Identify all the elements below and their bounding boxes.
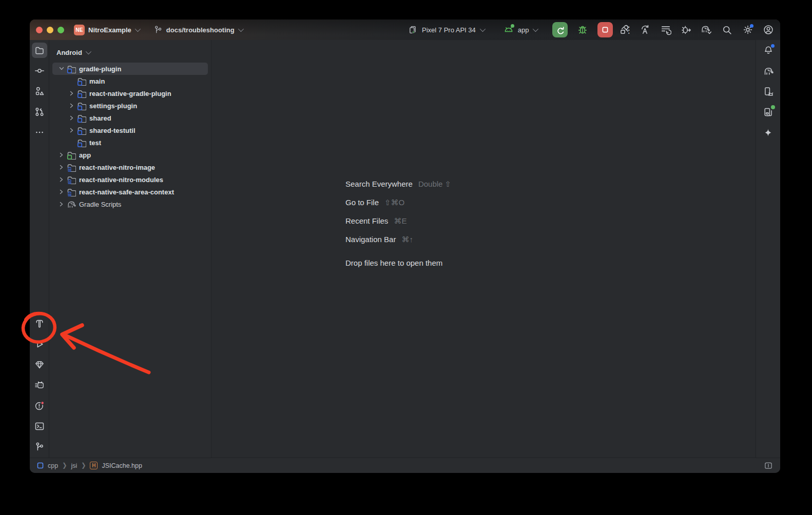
structure-tool-button[interactable] (32, 84, 47, 99)
chevron-right-icon[interactable] (56, 200, 67, 208)
right-tool-strip (756, 40, 780, 458)
chevron-down-icon[interactable] (86, 49, 91, 54)
chevron-down-icon[interactable] (56, 65, 67, 73)
breadcrumb-item[interactable]: JSICache.hpp (102, 462, 142, 469)
chevron-right-icon[interactable] (67, 89, 77, 97)
project-panel: Android gradle-plugin main react-native-… (49, 40, 211, 458)
chevron-right-icon[interactable] (67, 126, 77, 134)
chevron-right-icon[interactable] (67, 114, 77, 122)
gemini-assistant-button[interactable] (761, 125, 776, 140)
left-tool-strip (30, 40, 49, 458)
attach-debugger-icon[interactable] (680, 24, 692, 36)
more-tool-windows-button[interactable] (32, 125, 47, 140)
project-name[interactable]: NitroExample (88, 26, 131, 34)
android-studio-window: NE NitroExample docs/troubleshooting Pix… (30, 19, 780, 473)
problems-tool-button[interactable] (32, 398, 47, 413)
minimize-button[interactable] (47, 27, 53, 33)
version-control-tool-button[interactable] (32, 439, 47, 454)
tree-item[interactable]: react-native-gradle-plugin (52, 87, 208, 100)
branch-name[interactable]: docs/troubleshooting (166, 26, 235, 34)
app-quality-insights-button[interactable] (32, 357, 47, 372)
chevron-down-icon[interactable] (135, 26, 141, 32)
search-everywhere-icon[interactable] (721, 24, 733, 36)
device-selector[interactable]: Pixel 7 Pro API 34 (422, 26, 476, 34)
app-module-folder-icon (67, 150, 76, 160)
breadcrumb-item[interactable]: jsi (71, 462, 77, 469)
project-tool-button[interactable] (32, 43, 47, 58)
chevron-down-icon[interactable] (480, 26, 486, 32)
close-button[interactable] (36, 27, 43, 33)
hint-keys: ⌘E (394, 216, 407, 226)
notifications-button[interactable] (761, 43, 776, 58)
status-bar: cpp ❯ jsi ❯ H JSICache.hpp (30, 458, 780, 473)
library-module-folder-icon (67, 163, 76, 172)
project-view-selector[interactable]: Android (56, 49, 82, 56)
tree-item[interactable]: shared-testutil (52, 124, 208, 136)
module-folder-icon (77, 89, 86, 98)
tree-item[interactable]: Gradle Scripts (52, 198, 208, 210)
hint-label: Navigation Bar (345, 235, 396, 244)
tree-item[interactable]: react-native-nitro-image (52, 161, 208, 173)
hint-label: Recent Files (345, 216, 388, 225)
gradle-sync-icon[interactable] (701, 24, 712, 36)
module-folder-icon (77, 113, 86, 123)
rerun-button[interactable] (552, 22, 568, 37)
build-variants-icon[interactable] (660, 24, 671, 36)
hint-keys: Double ⇧ (418, 180, 451, 189)
library-module-folder-icon (67, 187, 76, 196)
module-folder-icon (67, 64, 76, 73)
tree-item[interactable]: shared (52, 112, 208, 124)
editor-empty-state: Search Everywhere Double ⇧ Go to File ⇧⌘… (212, 40, 756, 458)
tree-item[interactable]: react-native-nitro-modules (52, 173, 208, 186)
stop-icon (600, 25, 610, 35)
chevron-right-icon[interactable] (67, 102, 77, 110)
build-project-icon[interactable] (618, 24, 630, 36)
android-head-icon (504, 25, 514, 35)
build-tool-button[interactable] (32, 316, 47, 331)
module-folder-icon (77, 126, 86, 135)
debug-icon[interactable] (577, 24, 588, 35)
chevron-right-icon[interactable] (56, 163, 67, 171)
tree-item[interactable]: react-native-safe-area-context (52, 186, 208, 198)
pull-requests-tool-button[interactable] (32, 104, 47, 120)
run-configuration[interactable]: app (518, 26, 529, 34)
stop-button[interactable] (597, 22, 613, 37)
device-manager-button[interactable] (761, 84, 776, 99)
drop-files-hint: Drop files here to open them (345, 253, 451, 272)
running-devices-button[interactable] (761, 104, 776, 120)
breadcrumb-item[interactable]: cpp (48, 462, 58, 469)
settings-gear-icon[interactable] (742, 24, 753, 36)
shortcut-hints: Search Everywhere Double ⇧ Go to File ⇧⌘… (345, 180, 451, 272)
status-widget-icon[interactable] (764, 461, 773, 470)
gradle-tool-button[interactable] (761, 63, 776, 78)
profile-icon[interactable] (762, 24, 774, 36)
chevron-right-icon: ❯ (62, 462, 67, 469)
chevron-down-icon[interactable] (238, 26, 243, 32)
module-folder-icon (77, 101, 86, 110)
tree-item[interactable]: main (52, 75, 208, 87)
chevron-right-icon[interactable] (56, 188, 67, 196)
chevron-right-icon: ❯ (81, 462, 86, 469)
chevron-down-icon[interactable] (533, 26, 538, 32)
hint-label: Search Everywhere (345, 180, 413, 188)
logcat-tool-button[interactable] (32, 378, 47, 393)
chevron-right-icon[interactable] (56, 175, 67, 184)
tree-item[interactable]: gradle-plugin (52, 63, 208, 75)
sparkle-icon (763, 128, 773, 137)
tree-item[interactable]: app (52, 149, 208, 161)
chevron-right-icon[interactable] (56, 151, 67, 159)
project-logo-badge: NE (74, 25, 85, 35)
hint-label: Go to File (345, 198, 379, 207)
apply-changes-icon[interactable] (639, 24, 651, 36)
header-file-icon: H (90, 462, 98, 469)
terminal-tool-button[interactable] (32, 419, 47, 434)
device-icon (408, 25, 418, 35)
commit-tool-button[interactable] (32, 63, 47, 78)
rerun-icon (555, 25, 565, 35)
run-tool-button[interactable] (32, 336, 47, 352)
zoom-button[interactable] (57, 27, 64, 33)
tree-item[interactable]: test (52, 136, 208, 149)
project-tree: gradle-plugin main react-native-gradle-p… (49, 63, 211, 210)
gradle-elephant-icon (763, 66, 774, 76)
tree-item[interactable]: settings-plugin (52, 100, 208, 112)
